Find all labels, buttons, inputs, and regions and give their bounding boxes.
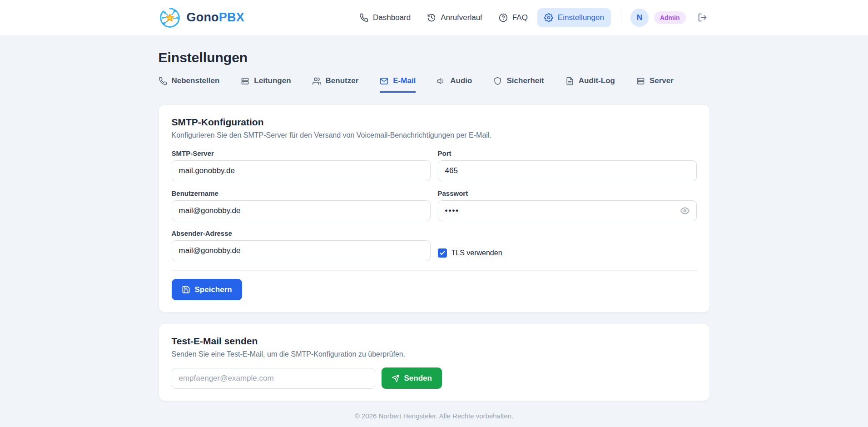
tab-label: Server: [650, 76, 674, 85]
port-label: Port: [438, 149, 697, 157]
mail-icon: [380, 77, 388, 85]
save-icon: [182, 285, 190, 294]
send-icon: [392, 374, 400, 382]
send-button-label: Senden: [404, 374, 432, 383]
card-divider: [172, 270, 697, 271]
tab-benutzer[interactable]: Benutzer: [312, 76, 359, 93]
role-badge: Admin: [654, 11, 686, 24]
smtp-server-input[interactable]: [172, 160, 431, 181]
eye-icon: [680, 206, 689, 215]
sender-address-input[interactable]: [172, 240, 431, 261]
tab-sicherheit[interactable]: Sicherheit: [493, 76, 544, 93]
user-cluster: N Admin: [630, 9, 710, 27]
tab-audio[interactable]: Audio: [437, 76, 472, 93]
check-icon: [439, 250, 446, 256]
tab-label: Nebenstellen: [172, 76, 220, 85]
smtp-server-label: SMTP-Server: [172, 149, 431, 157]
password-input[interactable]: [438, 200, 697, 221]
nav-item-faq[interactable]: FAQ: [492, 8, 535, 27]
smtp-form: SMTP-Server Port Benutzername Passwort: [172, 149, 697, 261]
save-button[interactable]: Speichern: [172, 279, 242, 300]
tab-label: Leitungen: [254, 76, 291, 85]
phone-icon: [159, 77, 167, 85]
gear-icon: [544, 13, 553, 22]
save-button-label: Speichern: [195, 285, 232, 294]
field-username: Benutzername: [172, 189, 431, 221]
brand-logo[interactable]: GonoPBX: [159, 6, 244, 29]
tab-email[interactable]: E-Mail: [380, 76, 416, 93]
main-content: Einstellungen Nebenstellen Leitungen Ben…: [159, 35, 710, 401]
history-icon: [427, 13, 436, 22]
page-footer: © 2026 Norbert Hengsteler. Alle Rechte v…: [0, 401, 868, 427]
help-circle-icon: [499, 13, 508, 22]
header-divider: [621, 10, 621, 25]
nav-item-einstellungen[interactable]: Einstellungen: [537, 8, 611, 27]
tab-label: Sicherheit: [506, 76, 544, 85]
tab-label: Audit-Log: [579, 76, 615, 85]
users-icon: [312, 77, 321, 85]
sender-address-label: Absender-Adresse: [172, 229, 431, 237]
test-recipient-input[interactable]: [172, 368, 375, 389]
main-nav: Dashboard Anrufverlauf FAQ Einstellungen: [352, 8, 611, 27]
tab-label: E-Mail: [393, 76, 416, 85]
brand-name: GonoPBX: [187, 10, 244, 25]
tab-nebenstellen[interactable]: Nebenstellen: [159, 76, 220, 93]
smtp-config-card: SMTP-Konfiguration Konfigurieren Sie den…: [159, 104, 710, 313]
logout-button[interactable]: [695, 10, 710, 25]
nav-label: Einstellungen: [558, 13, 604, 22]
tab-server[interactable]: Server: [636, 76, 674, 93]
logout-icon: [698, 13, 707, 22]
field-tls: TLS verwenden: [438, 245, 697, 261]
test-email-row: Senden: [172, 367, 697, 389]
server-rows-icon: [636, 77, 645, 85]
card-subtitle: Konfigurieren Sie den SMTP-Server für de…: [172, 131, 697, 139]
send-test-email-button[interactable]: Senden: [382, 367, 442, 389]
card-subtitle: Senden Sie eine Test-E-Mail, um die SMTP…: [172, 350, 697, 358]
tab-leitungen[interactable]: Leitungen: [241, 76, 291, 93]
tab-label: Benutzer: [326, 76, 359, 85]
card-title: SMTP-Konfiguration: [172, 117, 697, 128]
avatar[interactable]: N: [630, 9, 649, 27]
nav-item-anrufverlauf[interactable]: Anrufverlauf: [420, 8, 489, 27]
username-input[interactable]: [172, 200, 431, 221]
field-password: Passwort: [438, 189, 697, 221]
app-header: GonoPBX Dashboard Anrufverlauf FAQ: [0, 0, 868, 35]
speaker-icon: [437, 77, 446, 85]
field-smtp-server: SMTP-Server: [172, 149, 431, 181]
shield-icon: [493, 77, 502, 85]
nav-item-dashboard[interactable]: Dashboard: [352, 8, 417, 27]
port-input[interactable]: [438, 160, 697, 181]
settings-tabs: Nebenstellen Leitungen Benutzer E-Mail A…: [159, 76, 710, 93]
tab-audit-log[interactable]: Audit-Log: [565, 76, 615, 93]
server-rows-icon: [241, 77, 249, 85]
tls-checkbox-label[interactable]: TLS verwenden: [451, 249, 502, 257]
page-title: Einstellungen: [159, 50, 710, 65]
phone-icon: [359, 13, 368, 22]
nav-label: FAQ: [512, 13, 528, 22]
card-title: Test-E-Mail senden: [172, 336, 697, 347]
file-text-icon: [565, 77, 574, 85]
nav-label: Anrufverlauf: [441, 13, 482, 22]
copyright-text: © 2026 Norbert Hengsteler. Alle Rechte v…: [355, 412, 514, 420]
username-label: Benutzername: [172, 189, 431, 197]
test-email-card: Test-E-Mail senden Senden Sie eine Test-…: [159, 323, 710, 401]
field-port: Port: [438, 149, 697, 181]
nav-label: Dashboard: [373, 13, 411, 22]
toggle-password-visibility-button[interactable]: [680, 205, 690, 216]
network-star-logo-icon: [159, 6, 181, 29]
password-label: Passwort: [438, 189, 697, 197]
field-sender-address: Absender-Adresse: [172, 229, 431, 261]
tab-label: Audio: [450, 76, 472, 85]
tls-checkbox[interactable]: [438, 248, 447, 258]
